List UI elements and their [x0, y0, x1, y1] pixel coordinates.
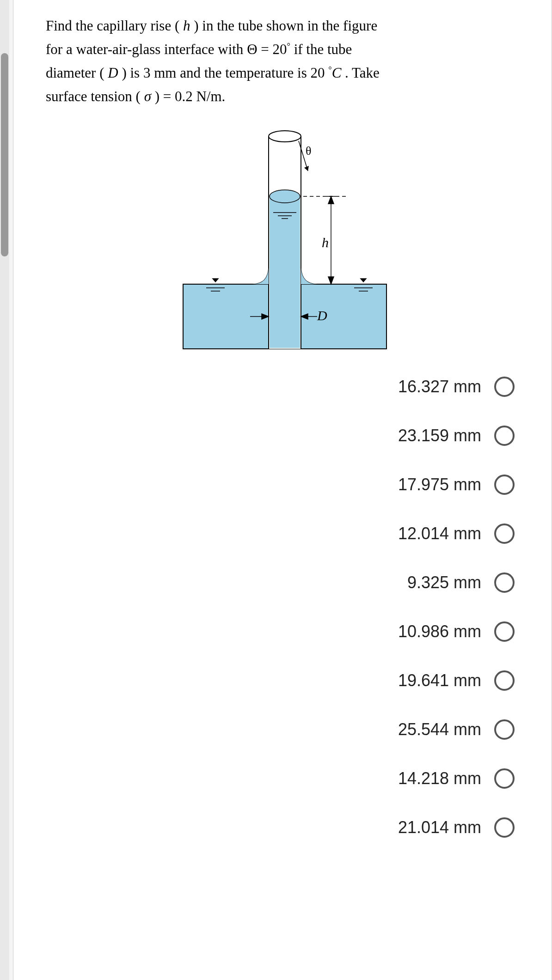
text: for a water-air-glass interface with: [46, 41, 247, 57]
scrollbar-thumb[interactable]: [1, 53, 8, 256]
radio-icon[interactable]: [494, 523, 515, 544]
radio-icon[interactable]: [494, 719, 515, 740]
option-label: 23.159 mm: [398, 426, 481, 445]
text: = 20: [258, 41, 287, 57]
water-column: [270, 196, 300, 348]
radio-icon[interactable]: [494, 621, 515, 642]
capillary-figure: θ h D: [178, 122, 391, 353]
radio-icon[interactable]: [494, 572, 515, 593]
h-label: h: [322, 235, 329, 250]
svg-marker-7: [361, 279, 366, 282]
option-label: 14.218 mm: [398, 769, 481, 788]
option-row[interactable]: 21.014 mm: [398, 817, 515, 838]
text: C: [332, 65, 342, 81]
question-text: Find the capillary rise ( h ) in the tub…: [46, 14, 524, 109]
text: surface tension (: [46, 88, 144, 104]
radio-icon[interactable]: [494, 475, 515, 495]
option-label: 17.975 mm: [398, 475, 481, 494]
option-row[interactable]: 14.218 mm: [398, 768, 515, 789]
meniscus: [270, 190, 300, 203]
degree: °: [287, 41, 290, 51]
svg-marker-3: [213, 279, 218, 282]
var-d: D: [108, 65, 118, 81]
option-row[interactable]: 23.159 mm: [398, 426, 515, 446]
sigma-symbol: σ: [144, 88, 151, 104]
option-row[interactable]: 12.014 mm: [398, 523, 515, 544]
option-row[interactable]: 9.325 mm: [407, 572, 515, 593]
radio-icon[interactable]: [494, 817, 515, 838]
option-label: 19.641 mm: [398, 671, 481, 690]
scrollbar-track[interactable]: [0, 0, 9, 980]
option-label: 12.014 mm: [398, 524, 481, 543]
option-label: 10.986 mm: [398, 622, 481, 641]
option-row[interactable]: 10.986 mm: [398, 621, 515, 642]
d-label: D: [317, 308, 327, 323]
degree: °: [328, 65, 331, 74]
text: ) in the tube shown in the figure: [190, 18, 378, 34]
var-h: h: [183, 18, 190, 34]
option-row[interactable]: 19.641 mm: [398, 670, 515, 691]
answer-options: 16.327 mm 23.159 mm 17.975 mm 12.014 mm …: [46, 377, 524, 838]
radio-icon[interactable]: [494, 377, 515, 397]
page-wrapper: Find the capillary rise ( h ) in the tub…: [0, 0, 552, 980]
text: ) is 3 mm and the temperature is 20: [118, 65, 329, 81]
option-row[interactable]: 25.544 mm: [398, 719, 515, 740]
radio-icon[interactable]: [494, 670, 515, 691]
text: . Take: [341, 65, 379, 81]
question-card: Find the capillary rise ( h ) in the tub…: [13, 0, 552, 980]
option-label: 16.327 mm: [398, 377, 481, 396]
theta-symbol: Θ: [247, 41, 257, 57]
option-label: 21.014 mm: [398, 818, 481, 837]
option-row[interactable]: 17.975 mm: [398, 475, 515, 495]
radio-icon[interactable]: [494, 426, 515, 446]
text: Find the capillary rise (: [46, 18, 183, 34]
radio-icon[interactable]: [494, 768, 515, 789]
option-row[interactable]: 16.327 mm: [398, 377, 515, 397]
text: if the tube: [290, 41, 352, 57]
svg-marker-15: [328, 196, 334, 204]
option-label: 25.544 mm: [398, 720, 481, 739]
text: ) = 0.2 N/m.: [151, 88, 225, 104]
option-label: 9.325 mm: [407, 573, 481, 592]
figure-area: θ h D: [46, 122, 524, 353]
theta-label: θ: [306, 144, 311, 158]
svg-marker-16: [328, 277, 334, 284]
text: diameter (: [46, 65, 108, 81]
